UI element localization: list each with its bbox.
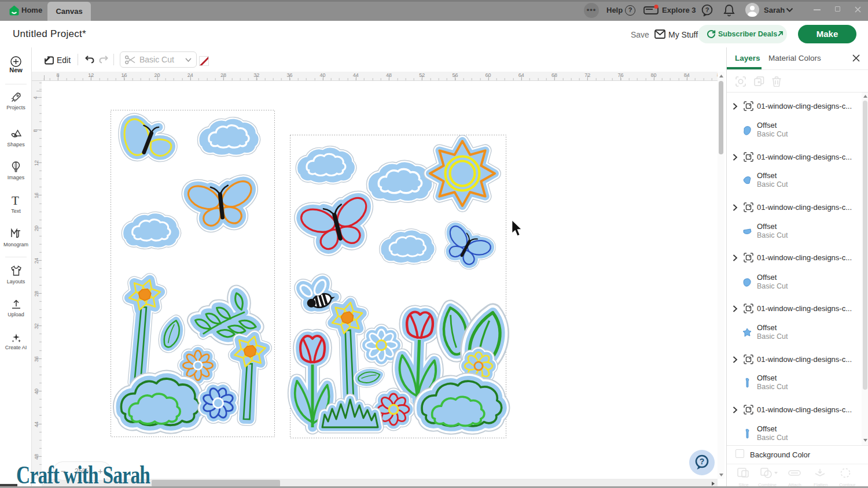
svg-text:?: ? xyxy=(700,457,705,466)
svg-text:?: ? xyxy=(705,6,709,13)
